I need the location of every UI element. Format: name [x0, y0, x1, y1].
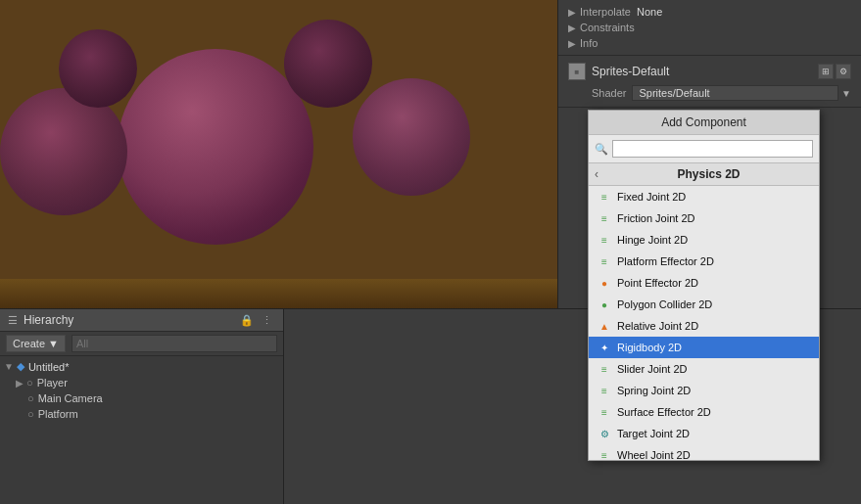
popup-category-header: ‹ Physics 2D [589, 163, 819, 186]
popup-item-label-4: Point Effector 2D [617, 277, 698, 289]
ground [0, 279, 557, 308]
popup-item-7[interactable]: ✦Rigidbody 2D [589, 337, 819, 358]
create-button[interactable]: Create ▼ [6, 335, 66, 352]
scene-icon: ◆ [17, 360, 24, 373]
player-label: Player [37, 377, 68, 389]
tree-2 [0, 88, 127, 215]
hierarchy-toolbar: Create ▼ [0, 332, 283, 356]
game-view [0, 0, 557, 308]
popup-item-label-2: Hinge Joint 2D [617, 234, 688, 246]
sprite-section: ■ Sprites-Default ⊞ ⚙ Shader Sprites/Def… [558, 56, 861, 108]
interpolate-row: ▶ Interpolate None [564, 4, 855, 20]
popup-item-12[interactable]: ≡Wheel Joint 2D [589, 444, 819, 460]
hierarchy-icon: ☰ [8, 314, 18, 327]
interpolate-arrow: ▶ [568, 7, 576, 18]
camera-eye: ○ [27, 392, 34, 404]
player-eye: ○ [26, 377, 33, 389]
info-arrow: ▶ [568, 38, 576, 49]
shader-label: Shader [592, 87, 626, 99]
popup-item-icon-9: ≡ [597, 383, 612, 398]
hierarchy-panel-buttons: 🔒 ⋮ [237, 314, 275, 327]
hierarchy-lock-icon[interactable]: 🔒 [237, 314, 257, 327]
shader-value: Sprites/Default [632, 85, 838, 101]
popup-item-label-11: Target Joint 2D [617, 428, 690, 439]
popup-item-icon-12: ≡ [597, 447, 612, 460]
hierarchy-content: ▼ ◆ Untitled* ▶ ○ Player ○ Main Camera ○ [0, 356, 283, 504]
popup-item-label-0: Fixed Joint 2D [617, 191, 686, 203]
hierarchy-search-input[interactable] [72, 335, 277, 352]
interpolate-value: None [637, 6, 662, 18]
popup-item-label-8: Slider Joint 2D [617, 363, 688, 375]
popup-items-list: ≡Fixed Joint 2D≡Friction Joint 2D≡Hinge … [589, 186, 819, 460]
popup-back-button[interactable]: ‹ [595, 167, 598, 181]
popup-item-label-12: Wheel Joint 2D [617, 449, 691, 460]
popup-item-label-3: Platform Effector 2D [617, 255, 714, 267]
sprite-header: ■ Sprites-Default ⊞ ⚙ [564, 60, 855, 83]
add-component-popup: Add Component 🔍 ‹ Physics 2D ≡Fixed Join… [588, 110, 820, 461]
popup-item-icon-2: ≡ [597, 232, 612, 248]
popup-item-8[interactable]: ≡Slider Joint 2D [589, 358, 819, 380]
shader-dropdown-arrow: ▼ [841, 88, 851, 99]
interpolate-label: Interpolate [580, 6, 631, 18]
shader-row: Shader Sprites/Default ▼ [564, 83, 855, 103]
info-label: Info [580, 37, 598, 49]
popup-item-icon-4: ● [597, 275, 612, 291]
constraints-arrow: ▶ [568, 23, 576, 33]
popup-item-1[interactable]: ≡Friction Joint 2D [589, 207, 819, 229]
scene-arrow: ▼ [4, 361, 14, 372]
popup-item-label-6: Relative Joint 2D [617, 320, 698, 332]
player-arrow: ▶ [16, 378, 24, 389]
popup-item-icon-5: ● [597, 297, 612, 312]
popup-item-5[interactable]: ●Polygon Collider 2D [589, 294, 819, 315]
tree-4 [59, 29, 137, 108]
popup-item-3[interactable]: ≡Platform Effector 2D [589, 251, 819, 272]
constraints-label: Constraints [580, 22, 635, 33]
hierarchy-more-icon[interactable]: ⋮ [259, 314, 275, 327]
game-canvas [0, 0, 557, 308]
hierarchy-title: Hierarchy [24, 313, 237, 327]
popup-item-icon-11: ⚙ [597, 426, 612, 441]
sprite-settings-icon[interactable]: ⊞ [818, 64, 834, 79]
sprite-menu-icon[interactable]: ⚙ [836, 64, 851, 79]
popup-search-icon: 🔍 [595, 143, 608, 156]
constraints-row: ▶ Constraints [564, 20, 855, 35]
popup-item-4[interactable]: ●Point Effector 2D [589, 272, 819, 294]
popup-item-label-5: Polygon Collider 2D [617, 298, 712, 310]
popup-title: Add Component [589, 111, 819, 135]
tree-1 [118, 49, 313, 245]
popup-search-input[interactable] [612, 140, 813, 158]
inspector-top: ▶ Interpolate None ▶ Constraints ▶ Info [558, 0, 861, 56]
hierarchy-panel: ☰ Hierarchy 🔒 ⋮ Create ▼ ▼ ◆ Untitled* [0, 309, 284, 504]
popup-item-label-9: Spring Joint 2D [617, 385, 691, 396]
hierarchy-header: ☰ Hierarchy 🔒 ⋮ [0, 309, 283, 332]
popup-item-10[interactable]: ≡Surface Effector 2D [589, 401, 819, 423]
scene-label: Untitled* [28, 361, 70, 373]
popup-item-11[interactable]: ⚙Target Joint 2D [589, 423, 819, 444]
create-label: Create [13, 338, 45, 349]
hierarchy-item-platform[interactable]: ○ Platform [0, 406, 283, 422]
hierarchy-item-scene[interactable]: ▼ ◆ Untitled* [0, 358, 283, 375]
sprite-thumbnail: ■ [568, 63, 586, 80]
popup-item-label-7: Rigidbody 2D [617, 342, 682, 353]
sprite-title: Sprites-Default [592, 65, 816, 78]
popup-item-icon-3: ≡ [597, 253, 612, 269]
popup-item-icon-1: ≡ [597, 210, 612, 226]
info-row: ▶ Info [564, 35, 855, 51]
hierarchy-item-camera[interactable]: ○ Main Camera [0, 390, 283, 406]
popup-item-2[interactable]: ≡Hinge Joint 2D [589, 229, 819, 251]
platform-label: Platform [38, 408, 78, 420]
tree-3 [353, 78, 470, 196]
hierarchy-item-player[interactable]: ▶ ○ Player [0, 375, 283, 390]
tree-5 [284, 20, 372, 108]
popup-item-icon-8: ≡ [597, 361, 612, 377]
camera-label: Main Camera [38, 392, 103, 404]
popup-search-bar: 🔍 [589, 135, 819, 163]
popup-item-label-10: Surface Effector 2D [617, 406, 711, 418]
popup-item-6[interactable]: ▲Relative Joint 2D [589, 315, 819, 337]
popup-item-9[interactable]: ≡Spring Joint 2D [589, 380, 819, 401]
popup-item-0[interactable]: ≡Fixed Joint 2D [589, 186, 819, 207]
platform-eye: ○ [27, 408, 34, 420]
create-dropdown-arrow: ▼ [48, 338, 59, 349]
popup-category-label: Physics 2D [604, 167, 813, 181]
popup-item-icon-0: ≡ [597, 189, 612, 205]
